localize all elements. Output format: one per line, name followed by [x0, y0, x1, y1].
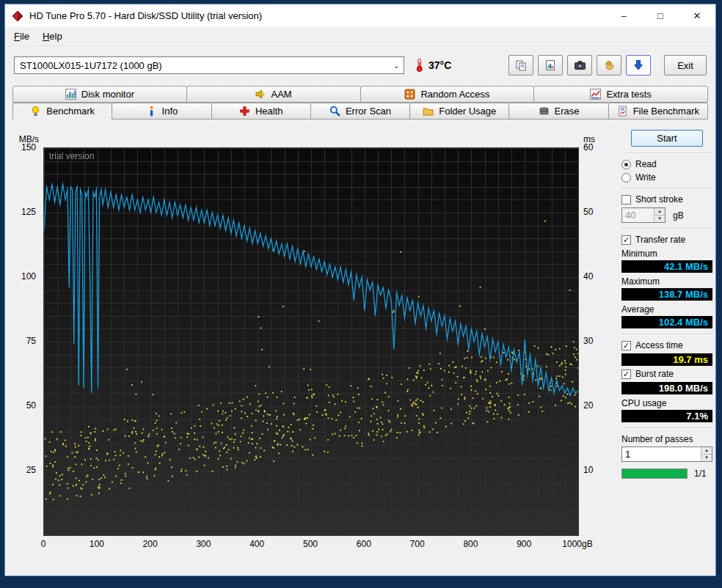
tab-label: Disk monitor: [81, 89, 134, 100]
start-button[interactable]: Start: [631, 130, 703, 147]
average-value: 102.4 MB/s: [621, 316, 712, 328]
tab-disk-monitor[interactable]: Disk monitor: [12, 86, 187, 103]
y-tick-left: 125: [21, 207, 36, 217]
access-time-row[interactable]: Access time: [621, 340, 712, 350]
copy-button[interactable]: [508, 55, 533, 76]
tab-label: Extra tests: [606, 89, 651, 100]
download-button[interactable]: [626, 55, 651, 76]
maximize-button[interactable]: □: [642, 4, 679, 27]
file-benchmark-icon: [617, 106, 628, 117]
tab-file-benchmark[interactable]: File Benchmark: [608, 103, 708, 120]
burst-rate-row[interactable]: Burst rate: [621, 369, 712, 379]
chart-area: MB/s ms 150125100755025 605040302010 010…: [10, 120, 617, 564]
x-tick: 900: [517, 539, 531, 549]
toolbar-buttons: [508, 55, 651, 76]
y-tick-right: 30: [583, 336, 593, 346]
camera-icon: [574, 59, 586, 71]
x-tick: 800: [463, 539, 478, 549]
progress-label: 1/1: [694, 468, 707, 479]
temperature-indicator: 37°C: [415, 58, 451, 73]
cpu-usage-label: CPU usage: [621, 398, 712, 408]
transfer-rate-label: Transfer rate: [635, 235, 685, 245]
tab-row-top: Disk monitor AAM Random Access: [12, 86, 708, 103]
separator: [621, 228, 712, 229]
minimize-button[interactable]: –: [605, 4, 642, 27]
y-tick-left: 25: [26, 465, 36, 475]
y-tick-right: 60: [583, 142, 593, 152]
drive-selector-value: ST1000LX015-1U7172 (1000 gB): [20, 60, 162, 71]
tab-random-access[interactable]: Random Access: [360, 86, 535, 103]
y-tick-left: 100: [21, 271, 36, 282]
tab-row-bottom: Benchmark Info Health: [12, 103, 708, 120]
screenshot-button[interactable]: [567, 55, 592, 76]
exit-button[interactable]: Exit: [664, 55, 707, 76]
maximum-value: 138.7 MB/s: [621, 288, 712, 301]
write-radio-row[interactable]: Write: [621, 172, 712, 183]
close-button[interactable]: ✕: [679, 4, 715, 27]
transfer-rate-checkbox[interactable]: [621, 235, 631, 245]
average-label: Average: [621, 304, 712, 315]
minimum-value: 42.1 MB/s: [621, 260, 712, 273]
access-time-checkbox[interactable]: [621, 341, 631, 350]
separator: [621, 152, 712, 154]
y-axis-left: 150125100755025: [10, 147, 39, 534]
burst-rate-value: 198.0 MB/s: [621, 382, 712, 394]
access-time-label: Access time: [635, 340, 683, 350]
spinner-icon[interactable]: ▲▼: [654, 208, 665, 222]
tab-label: Benchmark: [46, 106, 95, 117]
save-image-button[interactable]: [538, 55, 563, 76]
x-tick: 600: [357, 539, 371, 549]
tab-error-scan[interactable]: Error Scan: [310, 103, 410, 120]
health-cross-icon: [239, 106, 250, 117]
short-stroke-checkbox[interactable]: [621, 195, 631, 205]
tab-label: Folder Usage: [439, 106, 496, 117]
menu-file[interactable]: File: [7, 29, 36, 44]
titlebar: HD Tune Pro 5.70 - Hard Disk/SSD Utility…: [5, 4, 715, 27]
tab-label: AAM: [271, 89, 292, 100]
tab-erase[interactable]: Erase: [508, 103, 608, 120]
benchmark-controls: Start Read Write Short stroke 40 ▲▼ gB: [621, 128, 712, 479]
write-radio[interactable]: [621, 173, 631, 183]
read-radio-row[interactable]: Read: [621, 159, 712, 169]
tab-health[interactable]: Health: [211, 103, 311, 120]
tab-aam[interactable]: AAM: [186, 86, 361, 103]
x-tick: 400: [249, 539, 264, 549]
minimum-label: Minimum: [621, 249, 712, 259]
window-title: HD Tune Pro 5.70 - Hard Disk/SSD Utility…: [29, 10, 262, 21]
tab-bar: Disk monitor AAM Random Access: [5, 84, 715, 120]
y-tick-right: 40: [583, 271, 593, 282]
progress-bar: [621, 468, 688, 479]
cpu-usage-value: 7.1%: [621, 410, 712, 422]
hand-icon: [603, 59, 615, 71]
tab-label: File Benchmark: [633, 106, 699, 117]
maximum-label: Maximum: [621, 276, 712, 287]
short-stroke-size-input[interactable]: 40 ▲▼: [621, 207, 666, 223]
read-radio[interactable]: [621, 160, 631, 169]
tab-label: Error Scan: [346, 106, 391, 117]
x-tick: 0: [41, 539, 46, 549]
tab-extra-tests[interactable]: Extra tests: [533, 86, 708, 103]
short-stroke-row[interactable]: Short stroke: [621, 194, 712, 205]
separator: [621, 427, 712, 429]
burst-rate-checkbox[interactable]: [621, 370, 631, 379]
passes-input[interactable]: 1 ▲▼: [621, 446, 712, 462]
transfer-rate-row[interactable]: Transfer rate: [621, 235, 712, 245]
tab-folder-usage[interactable]: Folder Usage: [409, 103, 509, 120]
eraser-icon: [539, 106, 550, 117]
y-tick-right: 10: [583, 465, 593, 475]
spinner-icon[interactable]: ▲▼: [701, 447, 712, 461]
file-chart-icon: [544, 59, 556, 71]
download-arrow-icon: [632, 59, 644, 71]
options-button[interactable]: [597, 55, 621, 76]
menu-help[interactable]: Help: [36, 29, 69, 44]
thermometer-icon: [415, 58, 424, 73]
drive-selector[interactable]: ST1000LX015-1U7172 (1000 gB) ⌄: [14, 56, 404, 74]
separator: [621, 334, 712, 335]
burst-rate-label: Burst rate: [635, 369, 674, 379]
read-radio-label: Read: [635, 159, 657, 169]
tab-benchmark[interactable]: Benchmark: [12, 103, 112, 120]
app-logo-icon: [12, 10, 23, 22]
short-stroke-label: Short stroke: [635, 194, 683, 205]
lamp-icon: [30, 106, 41, 117]
tab-info[interactable]: Info: [112, 103, 211, 120]
